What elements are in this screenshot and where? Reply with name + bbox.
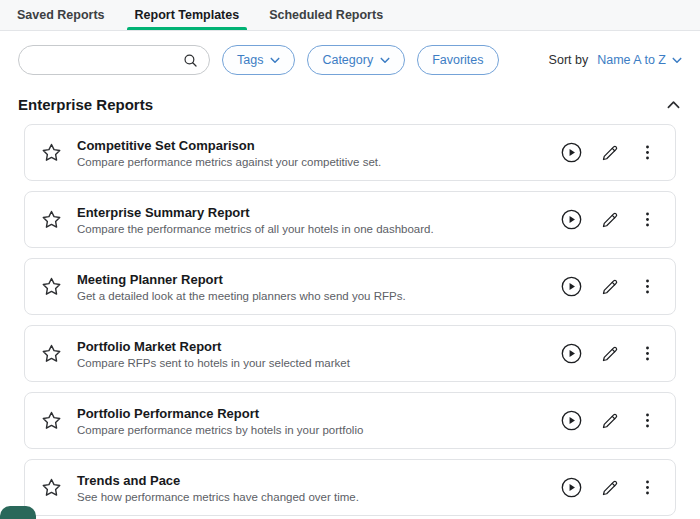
report-actions [557, 473, 662, 502]
chevron-down-icon [672, 57, 682, 64]
report-text: Portfolio Performance Report Compare per… [77, 406, 542, 436]
run-report-icon[interactable] [557, 473, 586, 502]
report-title: Portfolio Market Report [77, 339, 542, 354]
edit-report-icon[interactable] [595, 205, 624, 234]
report-actions [557, 406, 662, 435]
report-description: Compare the performance metrics of all y… [77, 223, 542, 235]
report-card: Competitive Set Comparison Compare perfo… [24, 124, 676, 181]
report-card: Portfolio Market Report Compare RFPs sen… [24, 325, 676, 382]
favorites-filter-button[interactable]: Favorites [417, 45, 498, 75]
report-text: Portfolio Market Report Compare RFPs sen… [77, 339, 542, 369]
search-input[interactable] [33, 52, 182, 69]
run-report-icon[interactable] [557, 138, 586, 167]
filters-row: Tags Category Favorites Sort by Name A t… [0, 31, 700, 75]
more-options-icon[interactable] [633, 272, 662, 301]
report-text: Trends and Pace See how performance metr… [77, 473, 542, 503]
tags-filter-button[interactable]: Tags [222, 45, 295, 75]
favorite-star-icon[interactable] [41, 343, 62, 364]
chevron-down-icon [380, 57, 390, 64]
report-card: Trends and Pace See how performance metr… [24, 459, 676, 516]
report-description: Compare performance metrics against your… [77, 156, 542, 168]
edit-report-icon[interactable] [595, 138, 624, 167]
report-title: Meeting Planner Report [77, 272, 542, 287]
report-card: Portfolio Performance Report Compare per… [24, 392, 676, 449]
report-actions [557, 339, 662, 368]
report-list: Competitive Set Comparison Compare perfo… [0, 124, 700, 516]
search-box[interactable] [18, 45, 210, 75]
report-title: Competitive Set Comparison [77, 138, 542, 153]
sort-dropdown[interactable]: Name A to Z [597, 53, 682, 67]
run-report-icon[interactable] [557, 406, 586, 435]
report-title: Enterprise Summary Report [77, 205, 542, 220]
search-icon [182, 52, 199, 69]
edit-report-icon[interactable] [595, 406, 624, 435]
report-actions [557, 272, 662, 301]
tags-filter-label: Tags [237, 53, 263, 67]
report-description: Compare RFPs sent to hotels in your sele… [77, 357, 542, 369]
report-actions [557, 205, 662, 234]
tab-saved-reports[interactable]: Saved Reports [2, 0, 120, 30]
report-actions [557, 138, 662, 167]
edit-report-icon[interactable] [595, 272, 624, 301]
more-options-icon[interactable] [633, 406, 662, 435]
run-report-icon[interactable] [557, 272, 586, 301]
report-text: Competitive Set Comparison Compare perfo… [77, 138, 542, 168]
section-title: Enterprise Reports [18, 96, 153, 113]
sort-control: Sort by Name A to Z [549, 53, 682, 67]
report-card: Enterprise Summary Report Compare the pe… [24, 191, 676, 248]
favorite-star-icon[interactable] [41, 477, 62, 498]
report-title: Portfolio Performance Report [77, 406, 542, 421]
report-description: Get a detailed look at the meeting plann… [77, 290, 542, 302]
enterprise-reports-section-header: Enterprise Reports [0, 75, 700, 124]
edit-report-icon[interactable] [595, 339, 624, 368]
favorites-filter-label: Favorites [432, 53, 483, 67]
run-report-icon[interactable] [557, 339, 586, 368]
tab-report-templates[interactable]: Report Templates [120, 0, 255, 30]
chat-launcher-partial[interactable] [0, 506, 36, 519]
report-title: Trends and Pace [77, 473, 542, 488]
more-options-icon[interactable] [633, 339, 662, 368]
sort-by-label: Sort by [549, 53, 589, 67]
edit-report-icon[interactable] [595, 473, 624, 502]
sort-dropdown-value: Name A to Z [597, 53, 666, 67]
category-filter-button[interactable]: Category [307, 45, 405, 75]
favorite-star-icon[interactable] [41, 142, 62, 163]
report-card: Meeting Planner Report Get a detailed lo… [24, 258, 676, 315]
more-options-icon[interactable] [633, 473, 662, 502]
tab-scheduled-reports[interactable]: Scheduled Reports [254, 0, 398, 30]
collapse-section-icon[interactable] [667, 100, 680, 109]
chevron-down-icon [270, 57, 280, 64]
report-description: See how performance metrics have changed… [77, 491, 542, 503]
report-description: Compare performance metrics by hotels in… [77, 424, 542, 436]
favorite-star-icon[interactable] [41, 410, 62, 431]
more-options-icon[interactable] [633, 205, 662, 234]
more-options-icon[interactable] [633, 138, 662, 167]
report-text: Enterprise Summary Report Compare the pe… [77, 205, 542, 235]
run-report-icon[interactable] [557, 205, 586, 234]
report-tabs: Saved Reports Report Templates Scheduled… [0, 0, 700, 31]
favorite-star-icon[interactable] [41, 209, 62, 230]
report-text: Meeting Planner Report Get a detailed lo… [77, 272, 542, 302]
favorite-star-icon[interactable] [41, 276, 62, 297]
category-filter-label: Category [322, 53, 373, 67]
